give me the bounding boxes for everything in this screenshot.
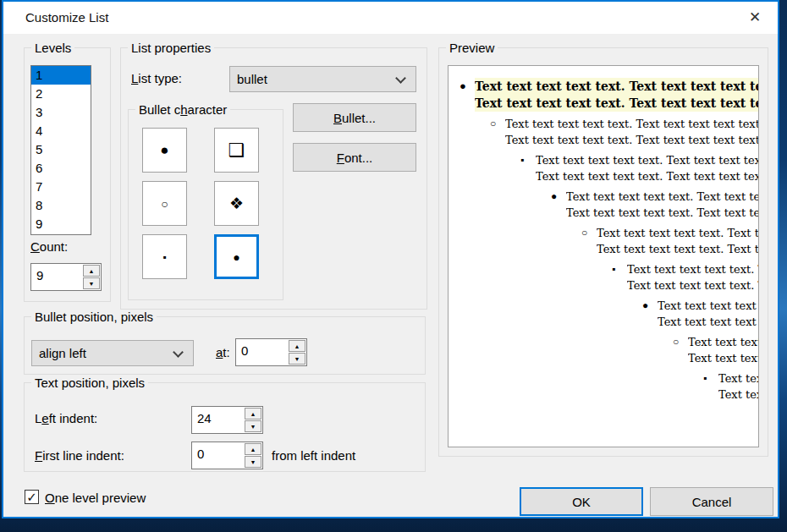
bullet-option-small-square[interactable]: ▪ bbox=[142, 234, 187, 279]
first-line-spinner-up-button[interactable]: ▲ bbox=[245, 443, 261, 455]
preview-level-6: ▪ Text text text text text. Text text te… bbox=[449, 261, 758, 293]
preview-text-line: Text text text text text. Text text text… bbox=[658, 314, 758, 330]
list-bullet-icon: ● bbox=[460, 78, 475, 112]
count-value: 9 bbox=[31, 264, 82, 290]
shadowed-square-icon: ❑ bbox=[228, 140, 245, 162]
bullet-option-shadowed-square[interactable]: ❑ bbox=[214, 128, 259, 173]
count-spinner[interactable]: 9 ▲ ▼ bbox=[30, 263, 102, 291]
from-left-indent-label: from left indent bbox=[272, 448, 355, 463]
list-bullet-icon: ○ bbox=[581, 225, 597, 257]
diamond-cluster-icon: ❖ bbox=[229, 194, 244, 213]
preview-text-line: Text text text text text. Text text text… bbox=[627, 261, 758, 277]
list-bullet-icon: ▪ bbox=[520, 152, 536, 184]
at-label: at: bbox=[216, 345, 230, 359]
list-bullet-icon: ▪ bbox=[703, 370, 718, 403]
preview-level-8: ○ Text text text text text. Text text te… bbox=[449, 334, 758, 366]
levels-list-item[interactable]: 6 bbox=[31, 159, 91, 178]
list-type-value: bullet bbox=[237, 67, 267, 91]
spinner-down-icon: ▼ bbox=[89, 281, 95, 287]
list-bullet-icon: ○ bbox=[490, 116, 505, 148]
count-spinner-up-button[interactable]: ▲ bbox=[83, 265, 100, 277]
hollow-circle-icon: ○ bbox=[161, 197, 168, 211]
bullet-option-filled-circle[interactable]: ● bbox=[142, 128, 187, 173]
levels-list-item[interactable]: 5 bbox=[31, 140, 91, 159]
first-line-spinner-down-button[interactable]: ▼ bbox=[245, 456, 261, 468]
at-spinner[interactable]: 0 ▲ ▼ bbox=[235, 338, 307, 366]
levels-list-item[interactable]: 9 bbox=[31, 215, 91, 233]
customize-list-dialog: Customize List ✕ Levels 1 2 3 4 5 6 7 8 … bbox=[2, 0, 779, 518]
preview-level-9: ▪ Text text text text text. Text text te… bbox=[449, 370, 758, 403]
list-properties-group: List properties List type: bullet Bullet… bbox=[120, 47, 427, 310]
title-bar: Customize List ✕ bbox=[3, 2, 778, 34]
filled-circle-icon: ● bbox=[233, 250, 239, 264]
spinner-down-icon: ▼ bbox=[250, 459, 256, 465]
left-indent-spinner-down-button[interactable]: ▼ bbox=[245, 420, 261, 432]
spinner-up-icon: ▲ bbox=[294, 343, 300, 349]
font-button[interactable]: Font... bbox=[293, 143, 416, 172]
cancel-button[interactable]: Cancel bbox=[650, 487, 773, 516]
preview-level-1: ● Text text text text text. Text text te… bbox=[449, 78, 758, 112]
one-level-preview-label: One level preview bbox=[45, 491, 146, 505]
preview-level-4: ● Text text text text text. Text text te… bbox=[449, 189, 758, 221]
preview-text-line: Text text text text text. Text text text… bbox=[505, 116, 758, 132]
at-value: 0 bbox=[236, 339, 288, 365]
bullet-option-filled-circle-small[interactable]: ● bbox=[214, 234, 259, 279]
left-indent-value: 24 bbox=[192, 407, 244, 433]
bullet-position-group-label: Bullet position, pixels bbox=[31, 310, 157, 324]
bullet-button[interactable]: Bullet... bbox=[293, 103, 416, 132]
levels-group-label: Levels bbox=[31, 41, 74, 55]
preview-text-line: Text text text text text. Text text text… bbox=[566, 205, 758, 221]
levels-list-item[interactable]: 7 bbox=[31, 178, 91, 196]
bullet-character-group-label: Bullet character bbox=[135, 102, 230, 117]
left-indent-spinner[interactable]: 24 ▲ ▼ bbox=[191, 406, 263, 434]
count-label: Count: bbox=[30, 239, 68, 254]
preview-text-line: Text text text text text. Text text text… bbox=[475, 78, 758, 95]
bullet-option-diamond-cluster[interactable]: ❖ bbox=[214, 181, 259, 226]
levels-group: Levels 1 2 3 4 5 6 7 8 9 Count: 9 ▲ ▼ bbox=[24, 47, 111, 302]
bullet-align-dropdown[interactable]: align left bbox=[31, 340, 194, 366]
list-bullet-icon: ▪ bbox=[612, 261, 627, 293]
first-line-indent-value: 0 bbox=[192, 442, 244, 469]
preview-text-line: Text text text text text. Text text text… bbox=[597, 241, 758, 257]
preview-text-line: Text text text text text. Text text text… bbox=[688, 350, 758, 366]
at-spinner-up-button[interactable]: ▲ bbox=[289, 340, 305, 352]
text-position-group-label: Text position, pixels bbox=[31, 376, 148, 390]
preview-text-line: Text text text text text. Text text text… bbox=[658, 298, 758, 314]
one-level-preview-checkbox[interactable]: ✓ bbox=[25, 490, 39, 504]
levels-list-item[interactable]: 4 bbox=[31, 122, 91, 140]
left-indent-label: Left indent: bbox=[35, 411, 97, 425]
preview-text-line: Text text text text text. Text text text… bbox=[566, 189, 758, 205]
bullet-option-hollow-circle[interactable]: ○ bbox=[142, 181, 187, 226]
at-spinner-down-button[interactable]: ▼ bbox=[289, 353, 305, 365]
list-type-dropdown[interactable]: bullet bbox=[229, 66, 416, 92]
bullet-character-group: Bullet character ● ❑ ○ ❖ ▪ ● bbox=[128, 109, 283, 300]
levels-list-item[interactable]: 1 bbox=[31, 66, 91, 85]
list-bullet-icon: ● bbox=[642, 298, 658, 330]
dialog-title: Customize List bbox=[25, 2, 108, 34]
spinner-down-icon: ▼ bbox=[250, 424, 256, 430]
left-indent-spinner-up-button[interactable]: ▲ bbox=[245, 408, 261, 420]
check-icon: ✓ bbox=[26, 490, 37, 505]
spinner-up-icon: ▲ bbox=[89, 268, 95, 274]
preview-text-line: Text text text text text. Text text text… bbox=[627, 277, 758, 293]
preview-level-3: ▪ Text text text text text. Text text te… bbox=[449, 152, 758, 184]
preview-text-line: Text text text text text. Text text text… bbox=[536, 152, 758, 168]
preview-level-2: ○ Text text text text text. Text text te… bbox=[449, 116, 758, 148]
preview-level-7: ● Text text text text text. Text text te… bbox=[449, 298, 758, 330]
count-spinner-down-button[interactable]: ▼ bbox=[83, 277, 100, 289]
text-position-group: Text position, pixels Left indent: 24 ▲ … bbox=[24, 382, 426, 472]
levels-list-item[interactable]: 8 bbox=[31, 196, 91, 215]
preview-text-line: Text text text text text. Text text text… bbox=[688, 334, 758, 350]
levels-listbox[interactable]: 1 2 3 4 5 6 7 8 9 bbox=[30, 65, 91, 235]
bullet-button-label: Bullet... bbox=[333, 111, 376, 125]
ok-button[interactable]: OK bbox=[520, 487, 643, 516]
close-button[interactable]: ✕ bbox=[737, 4, 773, 30]
list-bullet-icon: ● bbox=[551, 189, 566, 221]
preview-text-line: Text text text text text. Text text text… bbox=[536, 168, 758, 184]
font-button-label: Font... bbox=[337, 151, 373, 165]
bullet-position-group: Bullet position, pixels align left at: 0… bbox=[24, 316, 426, 375]
first-line-indent-spinner[interactable]: 0 ▲ ▼ bbox=[191, 442, 263, 469]
levels-list-item[interactable]: 2 bbox=[31, 85, 91, 103]
preview-text-line: Text text text text text. Text text text… bbox=[718, 387, 758, 403]
levels-list-item[interactable]: 3 bbox=[31, 103, 91, 122]
